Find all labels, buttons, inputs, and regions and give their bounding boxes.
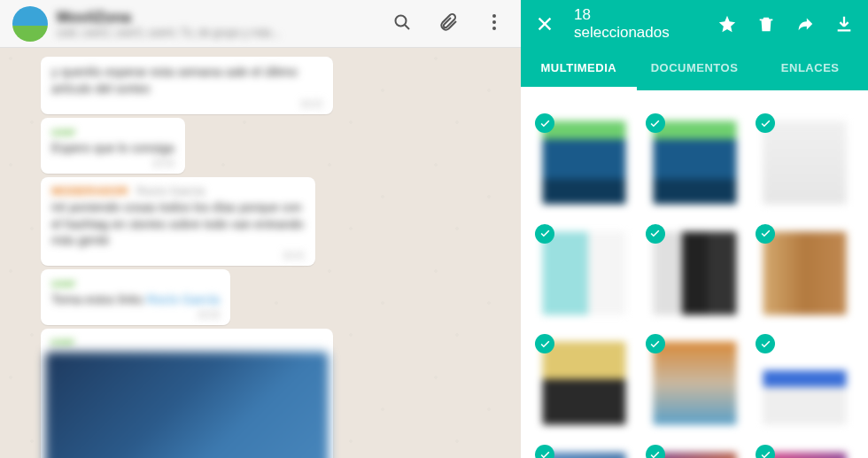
tab-enlaces[interactable]: ENLACES [752,48,868,90]
media-thumbnail [653,452,736,458]
check-icon [646,224,665,244]
media-thumbnail [542,231,625,314]
media-item[interactable] [757,446,852,458]
media-item[interactable] [537,226,632,321]
tab-multimedia[interactable]: MULTIMEDIA [521,48,637,90]
media-toolbar: 18 seleccionados [521,0,868,48]
check-icon [646,445,665,458]
chat-body[interactable]: y queréis esperar esta semana sale el úl… [0,48,521,458]
media-item[interactable] [647,226,742,321]
media-item[interactable] [537,115,632,210]
message-bubble[interactable]: y queréis esperar esta semana sale el úl… [41,57,333,114]
media-grid[interactable] [521,90,868,458]
tab-documentos[interactable]: DOCUMENTOS [637,48,753,90]
media-item[interactable] [537,336,632,431]
close-icon[interactable] [535,14,554,34]
check-icon [756,224,775,244]
star-icon[interactable] [717,14,737,34]
media-thumbnail [653,342,736,425]
chat-title: MovilZona [57,9,383,27]
message-bubble[interactable]: user Espero que lo consiga 10:24 [41,118,185,174]
selection-count: 18 seleccionados [574,6,678,42]
chat-header: MovilZona user, user2, user3, user4, Tú,… [0,0,521,48]
message-bubble[interactable]: user Toma estos links Rocío García 10:33 [41,269,230,325]
media-item[interactable] [537,446,632,458]
attach-icon[interactable] [438,12,459,36]
svg-point-2 [492,14,496,18]
media-item[interactable] [757,336,852,431]
avatar[interactable] [12,6,48,42]
download-icon[interactable] [834,14,854,34]
check-icon [646,334,665,353]
search-icon[interactable] [391,12,413,36]
media-thumbnail [542,120,625,204]
svg-point-3 [492,20,496,24]
media-item[interactable] [757,226,852,321]
svg-point-0 [396,15,407,26]
check-icon [646,113,665,133]
media-tabs: MULTIMEDIA DOCUMENTOS ENLACES [521,48,868,90]
check-icon [535,224,554,244]
chat-subtitle: user, user2, user3, user4, Tú, de grupo … [57,27,383,39]
svg-point-4 [492,27,496,30]
media-thumbnail [653,231,736,314]
svg-line-1 [405,25,409,29]
chat-header-text[interactable]: MovilZona user, user2, user3, user4, Tú,… [57,9,383,39]
media-item[interactable] [647,446,742,458]
media-thumbnail [542,452,625,458]
message-bubble[interactable]: MODERADOR Rocío García Iré poniendo cosa… [41,177,315,267]
media-pane: 18 seleccionados MULTIMEDIA DOCUMENTOS E… [521,0,868,458]
media-thumbnail [763,120,847,204]
media-thumbnail [653,120,736,204]
forward-icon[interactable] [795,14,815,34]
check-icon [535,113,554,133]
media-item[interactable] [647,115,742,210]
message-bubble-image[interactable]: user [41,329,333,458]
check-icon [535,445,554,458]
chat-pane: MovilZona user, user2, user3, user4, Tú,… [0,0,521,458]
delete-icon[interactable] [756,14,776,34]
media-thumbnail [542,342,625,425]
media-item[interactable] [647,336,742,431]
media-thumbnail [763,452,847,458]
check-icon [756,445,775,458]
more-icon[interactable] [484,12,505,36]
media-thumbnail [763,342,847,425]
image-attachment[interactable] [45,352,329,458]
media-item[interactable] [757,115,852,210]
media-thumbnail [763,231,847,314]
